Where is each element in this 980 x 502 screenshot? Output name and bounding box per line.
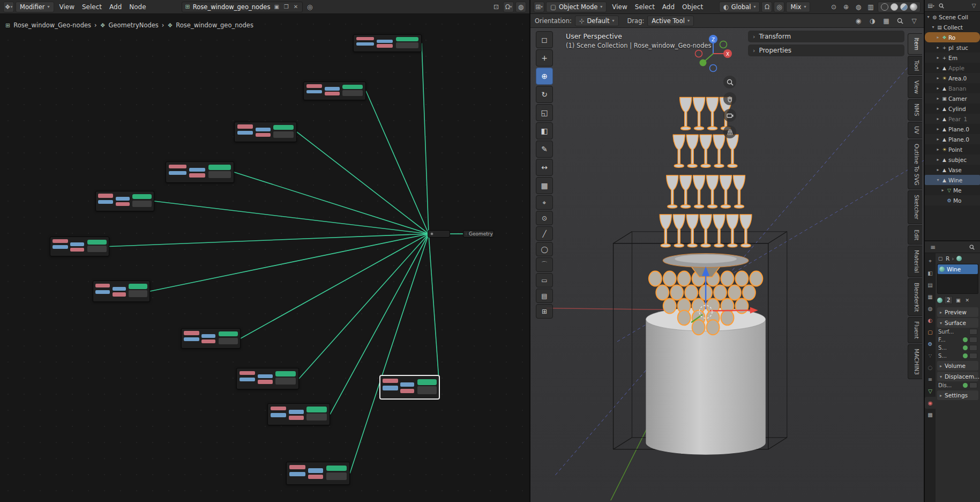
addon-tool-3-tool[interactable]: ╱ xyxy=(536,226,553,241)
node-cluster-8[interactable] xyxy=(181,328,241,349)
browse-tree-icon[interactable]: ⊞ xyxy=(185,3,190,10)
transform-orientation-dropdown[interactable]: ◐Global▾ xyxy=(719,2,760,12)
pin-icon[interactable]: ◎ xyxy=(304,2,315,12)
browse-material-icon[interactable] xyxy=(937,298,942,303)
node-cluster-12[interactable] xyxy=(286,462,350,485)
sidebar-tab-uv[interactable]: UV xyxy=(908,122,922,138)
sidebar-tab-material[interactable]: Material xyxy=(908,246,922,277)
outliner-row-ro[interactable]: ▸❖Ro xyxy=(925,32,980,42)
node-cluster-10[interactable] xyxy=(380,375,439,399)
editor-type-button[interactable]: ⊞▾ xyxy=(534,2,544,12)
snap-magnet-toggle[interactable]: Ω xyxy=(761,2,772,12)
disclosure-triangle[interactable]: ▸ xyxy=(936,76,940,80)
proportional-edit-toggle[interactable]: ◎ xyxy=(774,2,784,12)
overlays-toggle-icon[interactable]: ◍ xyxy=(853,2,864,12)
disclosure-triangle[interactable]: ▸ xyxy=(936,127,940,131)
outliner-row-me[interactable]: ▸▽Me xyxy=(925,185,980,195)
orientation-value-dropdown[interactable]: ⊹Default▾ xyxy=(575,16,619,26)
world-properties-tab[interactable]: ◐ xyxy=(925,314,936,326)
addon-tool-2-tool[interactable]: ⊙ xyxy=(536,211,553,225)
object-data-properties-tab[interactable]: ▽ xyxy=(925,385,936,397)
node-tree-name[interactable]: Rose_window_geo_nodes xyxy=(193,3,271,11)
menu-node[interactable]: Node xyxy=(125,2,149,12)
menu-select[interactable]: Select xyxy=(78,2,106,12)
search-icon[interactable] xyxy=(937,2,945,10)
select-box-tool[interactable]: ◻ xyxy=(536,31,553,48)
disclosure-triangle[interactable]: ▾ xyxy=(926,14,931,19)
node-cluster-3[interactable] xyxy=(234,122,297,142)
prop-value-button[interactable] xyxy=(969,329,977,335)
modifiers-properties-tab[interactable]: ⚙ xyxy=(925,338,936,350)
panel-header-displacem[interactable]: ▾Displacem... xyxy=(937,372,978,381)
panel-header-settings[interactable]: ▸Settings xyxy=(937,390,978,400)
outliner-row-plstuc[interactable]: ▸+pl_stuc xyxy=(925,42,980,53)
sidebar-tab-nms[interactable]: NMS xyxy=(908,99,922,121)
editor-type-button[interactable]: ❖▾ xyxy=(3,2,14,12)
addon-tool-1-tool[interactable]: ⌖ xyxy=(536,195,553,210)
filter-funnel-icon[interactable]: ▽ xyxy=(970,2,978,10)
pan-hand-button[interactable] xyxy=(723,92,736,105)
node-input-icon[interactable] xyxy=(963,345,968,350)
search-icon[interactable] xyxy=(895,16,906,26)
sidebar-tab-machin3[interactable]: MACHIN3 xyxy=(908,344,922,379)
node-input-icon[interactable] xyxy=(963,383,968,388)
sidebar-tab-blenderkit[interactable]: BlenderKit xyxy=(908,278,922,316)
transform-tool[interactable]: ◧ xyxy=(536,122,553,139)
addon-tool-8-tool[interactable]: ⊞ xyxy=(536,304,553,319)
unlink-icon[interactable]: ✕ xyxy=(293,4,299,10)
node-input-icon[interactable] xyxy=(963,337,968,342)
scene-properties-tab[interactable]: ◍ xyxy=(925,302,936,314)
view-layer-properties-tab[interactable]: ▦ xyxy=(925,291,936,302)
search-icon[interactable] xyxy=(967,242,977,253)
particles-properties-tab[interactable]: ∵ xyxy=(925,350,936,361)
node-cluster-11[interactable] xyxy=(267,403,330,425)
outliner-row-cylind[interactable]: ▸▲Cylind xyxy=(925,104,980,114)
menu-object[interactable]: Object xyxy=(678,2,707,12)
addon-tool-7-tool[interactable]: ▤ xyxy=(536,289,553,303)
menu-select[interactable]: Select xyxy=(631,2,659,12)
node-input-icon[interactable] xyxy=(963,353,968,358)
material-slot[interactable]: Wine xyxy=(938,264,978,274)
properties-editor-icon[interactable]: ≡ xyxy=(927,242,938,253)
sidebar-tab-edit[interactable]: Edit xyxy=(908,225,922,245)
node-canvas[interactable]: Geometry ⊞ Rose_window_Geo-nodes › ❖ Geo… xyxy=(0,0,529,502)
rendered-shading-icon[interactable] xyxy=(910,3,917,11)
gizmos-toggle-icon[interactable]: ⊕ xyxy=(841,2,851,12)
node-cluster-4[interactable] xyxy=(166,161,234,183)
breadcrumb-item[interactable]: GeometryNodes xyxy=(109,21,159,29)
constraints-properties-tab[interactable]: ≡ xyxy=(925,373,936,385)
mode-dropdown[interactable]: ▢Object Mode▾ xyxy=(546,2,607,12)
prop-row-dis[interactable]: Dis... xyxy=(937,381,978,389)
tool-properties-tab[interactable]: ⌖ xyxy=(925,255,936,267)
annotate-tool[interactable]: ✎ xyxy=(536,141,553,158)
snap-toggle[interactable]: Ω▾ xyxy=(503,2,514,12)
scale-tool[interactable]: ◱ xyxy=(536,104,553,121)
cursor-tool[interactable]: + xyxy=(536,49,553,67)
physics-properties-tab[interactable]: ◌ xyxy=(925,361,936,373)
addon-tool-6-tool[interactable]: ▭ xyxy=(536,273,553,287)
outliner-row-collect[interactable]: ▾▤Collect xyxy=(925,22,980,32)
filter-icon[interactable]: ▽ xyxy=(909,16,919,26)
render-properties-tab[interactable]: ◧ xyxy=(925,267,936,279)
sidebar-tab-outline-to-svg[interactable]: Outline To SVG xyxy=(908,139,922,190)
fake-user-icon[interactable]: ▣ xyxy=(273,4,280,10)
sidebar-tab-view[interactable]: View xyxy=(908,76,922,98)
disclosure-triangle[interactable]: ▸ xyxy=(936,86,940,91)
texture-properties-tab[interactable]: ▩ xyxy=(925,409,936,420)
material-shading-icon[interactable] xyxy=(900,3,908,11)
prop-value-button[interactable] xyxy=(969,337,977,343)
menu-add[interactable]: Add xyxy=(659,2,678,12)
disclosure-triangle[interactable]: ▸ xyxy=(940,188,945,193)
disclosure-triangle[interactable]: ▸ xyxy=(936,96,940,101)
material-slot-list[interactable]: Wine xyxy=(937,264,978,294)
group-output-node[interactable]: Geometry xyxy=(463,230,494,238)
mix-dropdown[interactable]: Mix▾ xyxy=(786,2,810,12)
node-tree-context-dropdown[interactable]: Modifier▾ xyxy=(16,2,54,12)
disclosure-triangle[interactable]: ▾ xyxy=(931,25,936,29)
breadcrumb-item[interactable]: Rose_window_Geo-nodes xyxy=(13,21,91,29)
prop-row-surf[interactable]: Surf... xyxy=(937,328,978,336)
sidebar-tab-item[interactable]: Item xyxy=(908,33,922,55)
disclosure-triangle[interactable]: ▸ xyxy=(936,55,940,60)
disclosure-triangle[interactable]: ▸ xyxy=(936,157,940,162)
node-tree-selector[interactable]: ⊞ Rose_window_geo_nodes ▣ ❐ ✕ xyxy=(182,2,303,12)
